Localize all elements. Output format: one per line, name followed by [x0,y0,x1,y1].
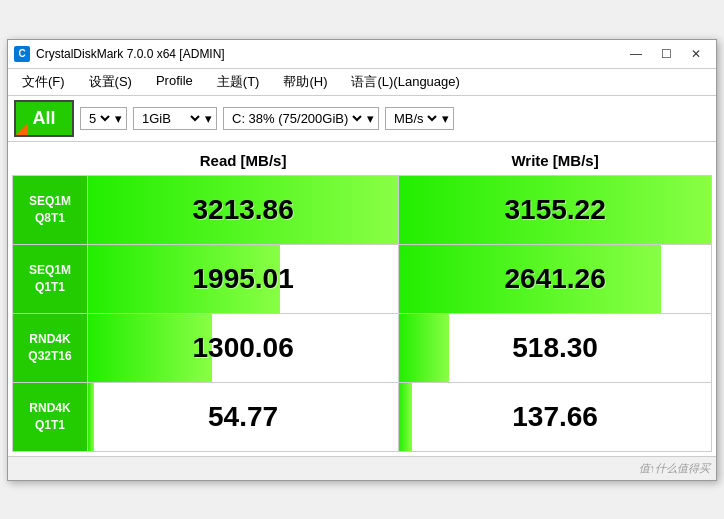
row-label-line1-1: SEQ1M [29,263,71,277]
unit-chevron-icon: ▾ [442,111,449,126]
size-chevron-icon: ▾ [205,111,212,126]
watermark-text: 值↑什么值得买 [639,461,711,476]
unit-select[interactable]: MB/s GB/s ▾ [385,107,454,130]
row-label-line1-3: RND4K [29,401,70,415]
maximize-button[interactable]: ☐ [652,44,680,64]
row-label-line1-0: SEQ1M [29,194,71,208]
window-controls: — ☐ ✕ [622,44,710,64]
write-cell-3: 137.66 [399,382,712,451]
row-label-1: SEQ1MQ1T1 [13,244,88,313]
read-cell-2: 1300.06 [88,313,399,382]
main-content: Read [MB/s] Write [MB/s] SEQ1MQ8T1 3213.… [8,142,716,456]
drive-select[interactable]: C: 38% (75/200GiB) ▾ [223,107,379,130]
read-value-1: 1995.01 [88,245,398,313]
menu-item-profile[interactable]: Profile [148,71,201,93]
row-label-line2-3: Q1T1 [35,418,65,432]
runs-chevron-icon: ▾ [115,111,122,126]
drive-select-input[interactable]: C: 38% (75/200GiB) [228,110,365,127]
close-button[interactable]: ✕ [682,44,710,64]
main-window: C CrystalDiskMark 7.0.0 x64 [ADMIN] — ☐ … [7,39,717,481]
status-bar: 值↑什么值得买 [8,456,716,480]
write-cell-0: 3155.22 [399,175,712,244]
toolbar: All 5 1 3 ▾ 1GiB 512MiB 2GiB ▾ C: 38% (7… [8,96,716,142]
read-value-0: 3213.86 [88,176,398,244]
row-label-3: RND4KQ1T1 [13,382,88,451]
menu-item-h[interactable]: 帮助(H) [275,71,335,93]
row-label-line2-1: Q1T1 [35,280,65,294]
read-cell-3: 54.77 [88,382,399,451]
runs-select-input[interactable]: 5 1 3 [85,110,113,127]
table-row: RND4KQ1T1 54.77 137.66 [13,382,712,451]
table-row: RND4KQ32T16 1300.06 518.30 [13,313,712,382]
label-column-header [13,146,88,176]
read-value-2: 1300.06 [88,314,398,382]
size-select-input[interactable]: 1GiB 512MiB 2GiB [138,110,203,127]
size-select[interactable]: 1GiB 512MiB 2GiB ▾ [133,107,217,130]
window-title: CrystalDiskMark 7.0.0 x64 [ADMIN] [36,47,622,61]
row-label-0: SEQ1MQ8T1 [13,175,88,244]
menu-item-t[interactable]: 主题(T) [209,71,268,93]
unit-select-input[interactable]: MB/s GB/s [390,110,440,127]
drive-chevron-icon: ▾ [367,111,374,126]
read-cell-0: 3213.86 [88,175,399,244]
read-cell-1: 1995.01 [88,244,399,313]
row-label-line2-2: Q32T16 [28,349,71,363]
menu-bar: 文件(F)设置(S)Profile主题(T)帮助(H)语言(L)(Languag… [8,69,716,96]
table-row: SEQ1MQ8T1 3213.86 3155.22 [13,175,712,244]
write-value-3: 137.66 [399,383,711,451]
write-cell-2: 518.30 [399,313,712,382]
write-value-1: 2641.26 [399,245,711,313]
row-label-line2-0: Q8T1 [35,211,65,225]
write-column-header: Write [MB/s] [399,146,712,176]
all-button[interactable]: All [14,100,74,137]
app-icon-letter: C [18,48,25,59]
menu-item-llanguage[interactable]: 语言(L)(Language) [343,71,467,93]
app-icon: C [14,46,30,62]
write-value-2: 518.30 [399,314,711,382]
table-header-row: Read [MB/s] Write [MB/s] [13,146,712,176]
read-column-header: Read [MB/s] [88,146,399,176]
benchmark-table: Read [MB/s] Write [MB/s] SEQ1MQ8T1 3213.… [12,146,712,452]
title-bar: C CrystalDiskMark 7.0.0 x64 [ADMIN] — ☐ … [8,40,716,69]
read-value-3: 54.77 [88,383,398,451]
row-label-2: RND4KQ32T16 [13,313,88,382]
minimize-button[interactable]: — [622,44,650,64]
row-label-line1-2: RND4K [29,332,70,346]
write-value-0: 3155.22 [399,176,711,244]
menu-item-f[interactable]: 文件(F) [14,71,73,93]
menu-item-s[interactable]: 设置(S) [81,71,140,93]
runs-select[interactable]: 5 1 3 ▾ [80,107,127,130]
table-row: SEQ1MQ1T1 1995.01 2641.26 [13,244,712,313]
write-cell-1: 2641.26 [399,244,712,313]
